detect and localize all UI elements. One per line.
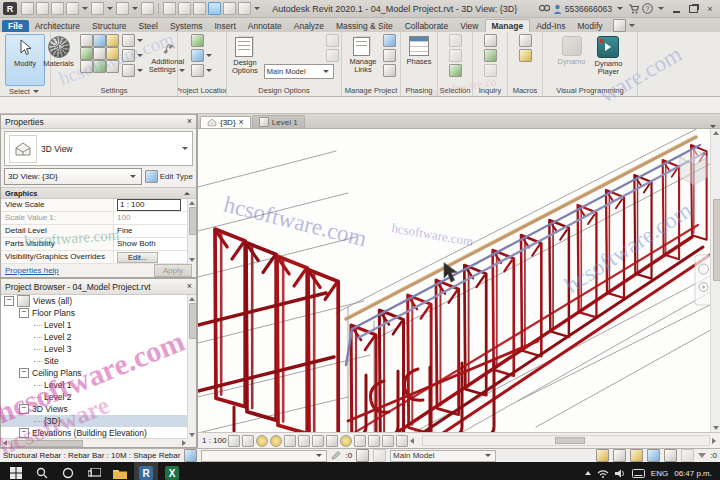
qat-redo-icon[interactable] xyxy=(116,2,129,15)
restore-button[interactable] xyxy=(686,3,700,15)
dynamo-player-button[interactable]: Dynamo Player xyxy=(592,34,626,78)
qat-customize-icon[interactable] xyxy=(254,7,260,10)
expander-icon[interactable]: − xyxy=(4,296,14,306)
properties-close-icon[interactable]: × xyxy=(187,117,192,126)
analytical-model-icon[interactable] xyxy=(382,435,394,447)
shared-parameters-icon[interactable] xyxy=(93,47,106,60)
account-menu-caret[interactable] xyxy=(617,7,623,10)
qat-3d-view-icon[interactable] xyxy=(208,2,221,15)
qat-print-icon[interactable] xyxy=(141,2,154,15)
tab-steel[interactable]: Steel xyxy=(133,20,164,32)
clock[interactable]: 06:47 p.m. xyxy=(674,469,712,478)
task-view-button[interactable] xyxy=(82,462,106,480)
tree-item-views-all[interactable]: −Views (all) xyxy=(1,295,196,307)
qat-undo-icon[interactable] xyxy=(91,2,104,15)
qat-text-icon[interactable] xyxy=(193,2,206,15)
graphics-section-header[interactable]: Graphics xyxy=(1,187,196,199)
starting-view-icon[interactable] xyxy=(383,64,396,77)
properties-help-link[interactable]: Properties help xyxy=(5,266,59,275)
minimize-button[interactable] xyxy=(669,3,683,15)
view-tab-3d[interactable]: {3D} × xyxy=(200,116,251,128)
expander-icon[interactable]: − xyxy=(19,428,29,438)
tab-modify[interactable]: Modify xyxy=(571,20,608,32)
edit-type-button[interactable]: Edit Type xyxy=(145,170,193,183)
tab-view[interactable]: View xyxy=(454,20,484,32)
design-option-select[interactable]: Main Model xyxy=(390,450,496,462)
design-options-button[interactable]: Design Options xyxy=(229,34,261,77)
crop-region-icon[interactable] xyxy=(312,435,324,447)
property-row[interactable]: Visibility/Graphics Overrides Edit... xyxy=(1,251,196,264)
tab-massing-site[interactable]: Massing & Site xyxy=(330,20,399,32)
rebar-3d-model[interactable] xyxy=(198,129,720,432)
user-icon[interactable] xyxy=(553,4,562,14)
exclude-options-icon[interactable] xyxy=(596,449,609,462)
qat-sync-icon[interactable] xyxy=(66,2,79,15)
file-explorer-button[interactable] xyxy=(108,462,132,480)
type-selector-caret[interactable] xyxy=(182,147,188,150)
worksets-select[interactable] xyxy=(201,450,327,462)
tab-annotate[interactable]: Annotate xyxy=(242,20,288,32)
tree-item-site[interactable]: Site xyxy=(1,355,196,367)
ids-of-selection-icon[interactable] xyxy=(484,49,497,62)
transfer-standards-icon[interactable] xyxy=(80,60,93,73)
model-canvas[interactable]: hcsoftware.com hcsoftware.com hcsoftware… xyxy=(198,128,720,432)
mep-settings-icon[interactable] xyxy=(122,49,135,62)
taskbar-search-button[interactable] xyxy=(30,462,54,480)
property-row[interactable]: Parts Visibility Show Both xyxy=(1,238,196,251)
reveal-constraints-icon[interactable] xyxy=(396,435,408,447)
decal-types-icon[interactable] xyxy=(383,49,396,62)
qat-measure-icon[interactable] xyxy=(163,2,176,15)
modify-button[interactable]: Modify xyxy=(5,34,45,86)
instance-selector[interactable]: 3D View: {3D} xyxy=(4,168,142,185)
structural-settings-icon[interactable] xyxy=(122,34,135,47)
shadows-icon[interactable] xyxy=(270,435,282,447)
materials-button[interactable]: Materials xyxy=(40,34,76,70)
revit-taskbar-button[interactable]: R xyxy=(134,462,158,480)
tree-item-level-1[interactable]: Level 1 xyxy=(1,319,196,331)
scale-control[interactable]: 1 : 100 xyxy=(202,436,226,445)
reveal-hidden-icon[interactable] xyxy=(340,435,352,447)
worksharing-display-icon[interactable] xyxy=(354,435,366,447)
rendering-icon[interactable] xyxy=(284,435,296,447)
help-menu-caret[interactable] xyxy=(658,7,664,10)
ribbon-display-caret[interactable] xyxy=(629,24,635,27)
tree-item-level-2[interactable]: Level 2 xyxy=(1,331,196,343)
select-pinned-icon[interactable] xyxy=(664,449,677,462)
tab-addins[interactable]: Add-Ins xyxy=(530,20,571,32)
project-information-icon[interactable] xyxy=(106,34,119,47)
coordinates-icon[interactable] xyxy=(191,49,204,62)
search-icon[interactable] xyxy=(538,4,550,14)
location-icon[interactable] xyxy=(191,34,204,47)
canvas-vscrollbar[interactable] xyxy=(710,129,720,432)
sun-path-icon[interactable] xyxy=(256,435,268,447)
tab-structure[interactable]: Structure xyxy=(86,20,133,32)
qat-save-icon[interactable] xyxy=(51,2,64,15)
editable-only-pencil-icon[interactable] xyxy=(331,451,341,460)
app-logo-icon[interactable]: R xyxy=(3,2,17,15)
purge-unused-icon[interactable] xyxy=(93,60,106,73)
speaker-icon[interactable] xyxy=(615,469,626,478)
keyboard-icon[interactable] xyxy=(632,469,645,478)
qat-section-icon[interactable] xyxy=(223,2,236,15)
select-links-icon[interactable] xyxy=(647,449,660,462)
tab-architecture[interactable]: Architecture xyxy=(29,20,86,32)
tab-collaborate[interactable]: Collaborate xyxy=(399,20,454,32)
measure-ids-icon[interactable] xyxy=(484,34,497,47)
tray-expand-icon[interactable] xyxy=(585,471,591,475)
help-icon[interactable]: ? xyxy=(642,3,653,14)
edit-selection-icon[interactable] xyxy=(449,64,462,77)
tree-item-level-3[interactable]: Level 3 xyxy=(1,343,196,355)
tree-item-3d-views[interactable]: −3D Views xyxy=(1,403,196,415)
crop-view-icon[interactable] xyxy=(298,435,310,447)
property-row[interactable]: Detail Level Fine xyxy=(1,225,196,238)
qat-dimension-icon[interactable] xyxy=(178,2,191,15)
project-units-icon[interactable] xyxy=(106,60,119,73)
filter-icon[interactable] xyxy=(698,453,706,458)
ribbon-display-toggle-icon[interactable] xyxy=(613,19,626,32)
worksets-dialog-icon[interactable] xyxy=(356,449,369,462)
vcb-collapse-icon[interactable] xyxy=(410,438,414,444)
editing-requests-icon[interactable] xyxy=(630,449,643,462)
apply-button[interactable]: Apply xyxy=(154,264,192,277)
manage-links-button[interactable]: Manage Links xyxy=(346,34,379,76)
browser-vscrollbar[interactable] xyxy=(187,295,196,447)
